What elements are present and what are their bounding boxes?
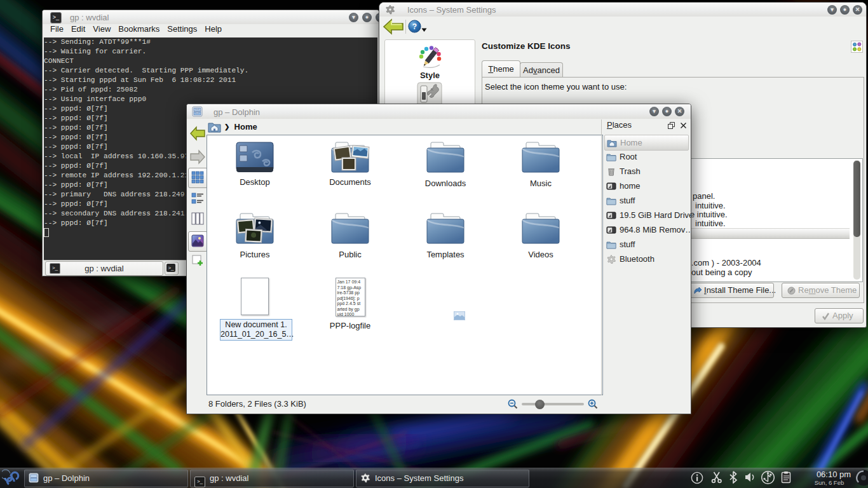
svg-text:?: ? [412, 22, 417, 31]
